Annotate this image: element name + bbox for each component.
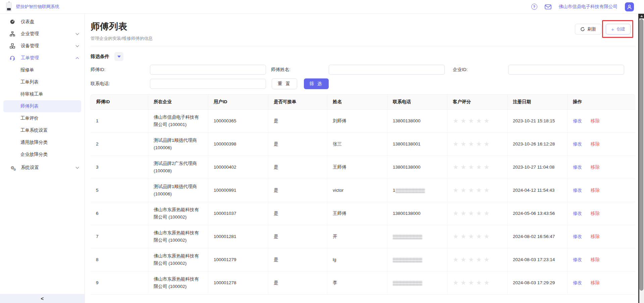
cell-company: 佛山市东原热能科技有限公司 (100002)	[148, 248, 208, 271]
remove-link[interactable]: 移除	[591, 165, 600, 170]
col-master-id: 师傅ID	[91, 94, 148, 110]
plus-icon: +	[611, 27, 614, 32]
sidebar-item-dashboard[interactable]: 仪表盘	[0, 16, 85, 28]
cell-master-id: 8	[91, 248, 148, 271]
cell-name: lg	[327, 248, 387, 271]
cell-user-id: 100001281	[208, 225, 268, 248]
cell-user-id: 100001278	[208, 271, 268, 295]
sidebar-item-device-mgmt[interactable]: 设备管理	[0, 40, 85, 52]
table-row: 7佛山市东原热能科技有限公司 (100002)100001281是开★★★★★2…	[91, 225, 635, 248]
star-icon: ★	[476, 117, 484, 124]
col-actions: 操作	[568, 94, 635, 110]
cell-phone: 1	[387, 179, 447, 202]
phone-input[interactable]	[150, 79, 266, 89]
triangle-down-icon	[117, 56, 121, 58]
edit-link[interactable]: 修改	[573, 234, 582, 239]
cell-actions: 修改移除	[568, 156, 635, 179]
table-row: 8佛山市东原热能科技有限公司 (100002)100001279是lg★★★★★…	[91, 248, 635, 271]
filter-collapse-toggle[interactable]	[114, 52, 123, 61]
cell-can-take: 是	[268, 202, 327, 225]
star-icon: ★	[476, 233, 484, 240]
edit-link[interactable]: 修改	[573, 211, 582, 216]
cell-name: 开	[327, 225, 387, 248]
sidebar-item-workorder-settings[interactable]: 工单系统设置	[0, 124, 85, 136]
sidebar-item-general-fault-category[interactable]: 通用故障分类	[0, 136, 85, 148]
remove-link[interactable]: 移除	[591, 280, 600, 285]
sidebar-item-enterprise-fault-category[interactable]: 企业故障分类	[0, 148, 85, 161]
cell-user-id: 100000365	[208, 110, 268, 133]
master-name-input[interactable]	[329, 65, 445, 75]
remove-link[interactable]: 移除	[591, 141, 600, 146]
star-icon: ★	[468, 233, 476, 240]
star-icon: ★	[484, 140, 491, 147]
cell-actions: 修改移除	[568, 225, 635, 248]
cell-registered: 2024-05-06 13:43:56	[507, 202, 568, 225]
sidebar-item-enterprise-mgmt[interactable]: 企业管理	[0, 28, 85, 40]
cell-registered: 2023-10-26 16:12:28	[507, 133, 568, 156]
star-icon: ★	[476, 164, 484, 171]
cell-phone: 13800138000	[387, 110, 447, 133]
cell-company: 佛山市东原热能科技有限公司 (100002)	[148, 202, 208, 225]
filter-section-label: 筛选条件	[91, 54, 109, 60]
sidebar-item-master-list[interactable]: 师傅列表	[3, 100, 81, 112]
remove-link[interactable]: 移除	[591, 118, 600, 123]
star-icon: ★	[453, 117, 461, 124]
edit-link[interactable]: 修改	[573, 165, 582, 170]
mail-icon[interactable]	[545, 4, 551, 9]
help-icon[interactable]: ?	[531, 4, 537, 10]
star-icon: ★	[484, 279, 491, 286]
chevron-up-icon	[76, 57, 79, 60]
col-rating: 客户评分	[447, 94, 507, 110]
sidebar-item-workorder-mgmt[interactable]: 工单管理	[0, 52, 85, 64]
edit-link[interactable]: 修改	[573, 141, 582, 146]
remove-link[interactable]: 移除	[591, 234, 600, 239]
edit-link[interactable]: 修改	[573, 280, 582, 285]
gears-icon: ⚙⚙	[9, 166, 15, 170]
star-icon: ★	[461, 210, 468, 217]
main-content: 师傅列表 管理企业的安装/维修师傅的信息 刷新 + 创建	[85, 14, 644, 303]
reset-button[interactable]: 重 置	[272, 78, 297, 89]
cell-master-id: 3	[91, 156, 148, 179]
cell-rating: ★★★★★	[447, 271, 507, 295]
table-row: 5测试品牌1顺德代理商 (100006)100000991是victor1★★★…	[91, 179, 635, 202]
star-icon: ★	[453, 140, 461, 147]
edit-link[interactable]: 修改	[573, 118, 582, 123]
cell-actions: 修改移除	[568, 271, 635, 295]
current-company[interactable]: 佛山市信鼎电子科技有限公司	[559, 4, 618, 10]
scroll-up-icon[interactable]	[639, 14, 644, 18]
window-scrollbar[interactable]	[638, 14, 644, 303]
filter-button[interactable]: 筛 选	[304, 78, 329, 89]
chevron-down-icon	[76, 166, 79, 169]
remove-link[interactable]: 移除	[591, 257, 600, 262]
remove-link[interactable]: 移除	[591, 211, 600, 216]
sidebar-item-workorder-reviews[interactable]: 工单评价	[0, 112, 85, 124]
refresh-button[interactable]: 刷新	[575, 24, 601, 35]
cell-actions: 修改移除	[568, 202, 635, 225]
star-icon: ★	[468, 256, 476, 263]
master-id-input[interactable]	[150, 65, 266, 75]
sidebar-item-pending-workorders[interactable]: 待审核工单	[0, 88, 85, 100]
star-icon: ★	[468, 279, 476, 286]
edit-link[interactable]: 修改	[573, 257, 582, 262]
chevron-down-icon	[76, 44, 79, 47]
scrollbar-thumb[interactable]	[640, 19, 643, 291]
cell-user-id: 100001037	[208, 202, 268, 225]
sidebar-item-repair-orders[interactable]: 报修单	[0, 64, 85, 76]
cell-rating: ★★★★★	[447, 133, 507, 156]
user-avatar-icon[interactable]	[625, 2, 634, 11]
company-id-input[interactable]	[508, 65, 624, 75]
remove-link[interactable]: 移除	[591, 188, 600, 193]
create-button[interactable]: + 创建	[606, 24, 631, 35]
cell-actions: 修改移除	[568, 179, 635, 202]
cell-rating: ★★★★★	[447, 179, 507, 202]
cell-registered: 2024-04-12 11:54:43	[507, 179, 568, 202]
sidebar-collapse-button[interactable]: <	[0, 294, 85, 303]
sidebar-item-system-settings[interactable]: ⚙⚙ 系统设置	[0, 162, 85, 174]
cell-can-take: 是	[268, 133, 327, 156]
edit-link[interactable]: 修改	[573, 188, 582, 193]
redacted-phone	[393, 234, 422, 239]
cell-company: 佛山市信鼎电子科技有限公司 (100001)	[148, 110, 208, 133]
star-icon: ★	[468, 164, 476, 171]
sidebar-item-workorder-list[interactable]: 工单列表	[0, 76, 85, 88]
star-icon: ★	[453, 233, 461, 240]
